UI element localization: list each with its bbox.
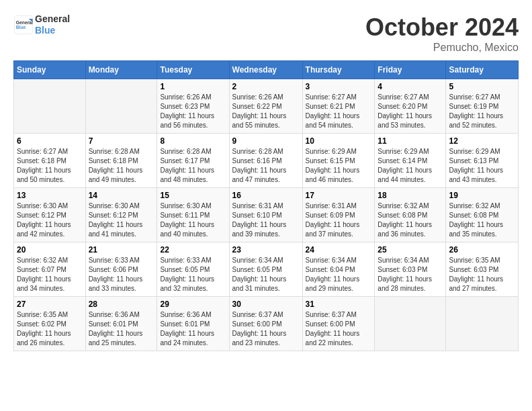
daylight-text: Daylight: 11 hours and 23 minutes. [232, 330, 287, 347]
sunrise-text: Sunrise: 6:34 AM [378, 257, 429, 264]
calendar-cell: 29 Sunrise: 6:36 AM Sunset: 6:01 PM Dayl… [157, 297, 229, 351]
sunset-text: Sunset: 6:05 PM [232, 266, 282, 273]
calendar-cell: 19 Sunrise: 6:32 AM Sunset: 6:08 PM Dayl… [446, 188, 519, 242]
sunrise-text: Sunrise: 6:37 AM [306, 311, 357, 318]
header-tuesday: Tuesday [157, 61, 229, 79]
calendar-cell: 21 Sunrise: 6:33 AM Sunset: 6:06 PM Dayl… [85, 242, 157, 297]
sunrise-text: Sunrise: 6:35 AM [17, 311, 68, 318]
sunrise-text: Sunrise: 6:30 AM [17, 202, 68, 210]
day-number: 31 [306, 300, 372, 309]
logo-icon: General Blue [13, 15, 34, 35]
sunset-text: Sunset: 6:05 PM [160, 266, 210, 273]
sunset-text: Sunset: 6:02 PM [17, 320, 66, 328]
sunrise-text: Sunrise: 6:27 AM [17, 148, 68, 155]
day-number: 10 [306, 136, 372, 146]
daylight-text: Daylight: 11 hours and 44 minutes. [378, 167, 432, 183]
day-number: 17 [306, 191, 372, 200]
calendar-cell: 20 Sunrise: 6:32 AM Sunset: 6:07 PM Dayl… [14, 242, 86, 297]
sunset-text: Sunset: 6:15 PM [306, 157, 355, 165]
svg-text:General: General [16, 19, 33, 24]
calendar-cell: 2 Sunrise: 6:26 AM Sunset: 6:22 PM Dayli… [229, 79, 302, 134]
daylight-text: Daylight: 11 hours and 49 minutes. [89, 167, 143, 183]
day-number: 29 [160, 300, 226, 309]
month-title-block: October 2024 Pemucho, Mexico [365, 13, 519, 54]
sunset-text: Sunset: 6:14 PM [378, 157, 427, 165]
calendar-cell: 16 Sunrise: 6:31 AM Sunset: 6:10 PM Dayl… [229, 188, 302, 242]
sunset-text: Sunset: 6:22 PM [232, 103, 282, 110]
daylight-text: Daylight: 11 hours and 54 minutes. [306, 112, 360, 129]
day-number: 3 [306, 82, 372, 91]
sunset-text: Sunset: 6:21 PM [306, 103, 355, 110]
sunrise-text: Sunrise: 6:29 AM [449, 148, 500, 155]
sunset-text: Sunset: 6:20 PM [378, 103, 427, 110]
sunrise-text: Sunrise: 6:34 AM [306, 257, 357, 264]
calendar-cell: 10 Sunrise: 6:29 AM Sunset: 6:15 PM Dayl… [302, 134, 375, 188]
daylight-text: Daylight: 11 hours and 35 minutes. [449, 221, 503, 238]
day-number: 12 [449, 136, 515, 146]
day-number: 13 [17, 191, 83, 200]
sunset-text: Sunset: 6:00 PM [306, 320, 355, 328]
header-sunday: Sunday [14, 61, 86, 79]
daylight-text: Daylight: 11 hours and 50 minutes. [17, 167, 71, 183]
day-number: 21 [89, 245, 154, 255]
logo-text-blue: Blue [35, 25, 70, 36]
day-number: 8 [160, 136, 226, 146]
sunrise-text: Sunrise: 6:28 AM [232, 148, 283, 155]
sunrise-text: Sunrise: 6:28 AM [89, 148, 140, 155]
daylight-text: Daylight: 11 hours and 43 minutes. [449, 167, 503, 183]
day-number: 2 [232, 82, 300, 91]
day-number: 11 [378, 136, 443, 146]
calendar-cell: 30 Sunrise: 6:37 AM Sunset: 6:00 PM Dayl… [229, 297, 302, 351]
day-number: 7 [89, 136, 154, 146]
sunset-text: Sunset: 6:01 PM [160, 320, 210, 328]
sunrise-text: Sunrise: 6:30 AM [89, 202, 140, 210]
sunrise-text: Sunrise: 6:33 AM [160, 257, 211, 264]
daylight-text: Daylight: 11 hours and 41 minutes. [89, 221, 143, 238]
sunset-text: Sunset: 6:11 PM [160, 212, 210, 219]
calendar-cell: 28 Sunrise: 6:36 AM Sunset: 6:01 PM Dayl… [85, 297, 157, 351]
calendar-cell: 1 Sunrise: 6:26 AM Sunset: 6:23 PM Dayli… [157, 79, 229, 134]
day-number: 27 [17, 300, 83, 309]
calendar-cell: 26 Sunrise: 6:35 AM Sunset: 6:03 PM Dayl… [446, 242, 519, 297]
sunset-text: Sunset: 6:06 PM [89, 266, 138, 273]
sunset-text: Sunset: 6:08 PM [449, 212, 498, 219]
sunset-text: Sunset: 6:12 PM [89, 212, 138, 219]
calendar-cell [446, 297, 519, 351]
daylight-text: Daylight: 11 hours and 36 minutes. [378, 221, 432, 238]
sunset-text: Sunset: 6:01 PM [89, 320, 138, 328]
daylight-text: Daylight: 11 hours and 29 minutes. [306, 275, 360, 292]
sunrise-text: Sunrise: 6:27 AM [378, 93, 429, 101]
sunrise-text: Sunrise: 6:37 AM [232, 311, 283, 318]
calendar-cell: 12 Sunrise: 6:29 AM Sunset: 6:13 PM Dayl… [446, 134, 519, 188]
daylight-text: Daylight: 11 hours and 31 minutes. [232, 275, 287, 292]
day-number: 24 [306, 245, 372, 255]
calendar-cell: 8 Sunrise: 6:28 AM Sunset: 6:17 PM Dayli… [157, 134, 229, 188]
calendar-cell: 3 Sunrise: 6:27 AM Sunset: 6:21 PM Dayli… [302, 79, 375, 134]
sunrise-text: Sunrise: 6:30 AM [160, 202, 211, 210]
sunrise-text: Sunrise: 6:32 AM [17, 257, 68, 264]
daylight-text: Daylight: 11 hours and 47 minutes. [232, 167, 287, 183]
calendar-cell [14, 79, 86, 134]
sunset-text: Sunset: 6:03 PM [449, 266, 498, 273]
svg-text:Blue: Blue [16, 25, 26, 30]
calendar-cell: 14 Sunrise: 6:30 AM Sunset: 6:12 PM Dayl… [85, 188, 157, 242]
day-number: 18 [378, 191, 443, 200]
sunset-text: Sunset: 6:03 PM [378, 266, 427, 273]
sunrise-text: Sunrise: 6:26 AM [160, 93, 211, 101]
day-number: 15 [160, 191, 226, 200]
day-number: 22 [160, 245, 226, 255]
sunrise-text: Sunrise: 6:34 AM [232, 257, 283, 264]
calendar-cell [375, 297, 446, 351]
daylight-text: Daylight: 11 hours and 39 minutes. [232, 221, 287, 238]
sunrise-text: Sunrise: 6:36 AM [89, 311, 140, 318]
day-number: 1 [160, 82, 226, 91]
calendar-cell: 6 Sunrise: 6:27 AM Sunset: 6:18 PM Dayli… [14, 134, 86, 188]
day-number: 14 [89, 191, 154, 200]
sunrise-text: Sunrise: 6:27 AM [449, 93, 500, 101]
calendar-cell [85, 79, 157, 134]
day-number: 5 [449, 82, 515, 91]
sunset-text: Sunset: 6:23 PM [160, 103, 210, 110]
sunrise-text: Sunrise: 6:29 AM [378, 148, 429, 155]
day-number: 30 [232, 300, 300, 309]
sunrise-text: Sunrise: 6:27 AM [306, 93, 357, 101]
